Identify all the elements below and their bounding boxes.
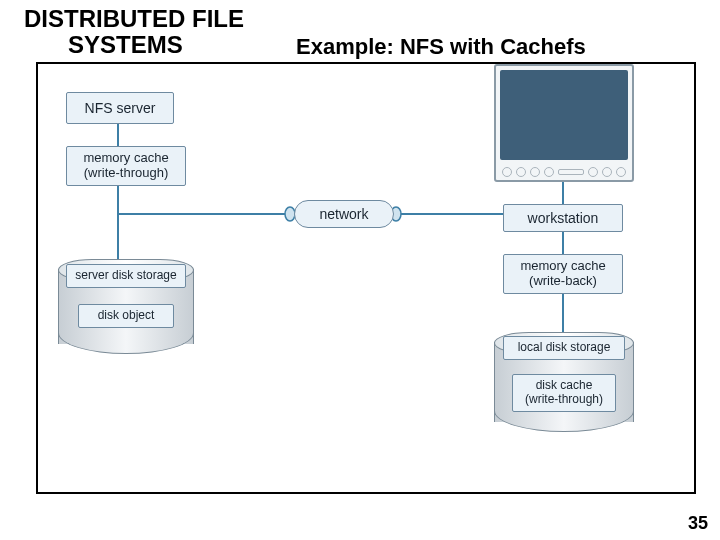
workstation-monitor-icon: SUN [494,64,634,182]
memory-cache-write-through-box: memory cache (write-through) [66,146,186,186]
title-line-1: DISTRIBUTED FILE [24,6,244,32]
page-title: DISTRIBUTED FILE SYSTEMS [24,6,244,59]
memory-cache-write-back-box: memory cache (write-back) [503,254,623,294]
title-line-2: SYSTEMS [68,32,244,58]
workstation-box: workstation [503,204,623,232]
network-node: network [294,200,394,228]
local-disk-storage-label: local disk storage [503,336,625,360]
page-subtitle: Example: NFS with Cachefs [296,34,586,60]
server-disk-storage-label: server disk storage [66,264,186,288]
nfs-server-box: NFS server [66,92,174,124]
diagram-frame: NFS server memory cache (write-through) … [36,62,696,494]
page-number: 35 [688,513,708,534]
disk-cache-write-through-label: disk cache (write-through) [512,374,616,412]
disk-object-label: disk object [78,304,174,328]
